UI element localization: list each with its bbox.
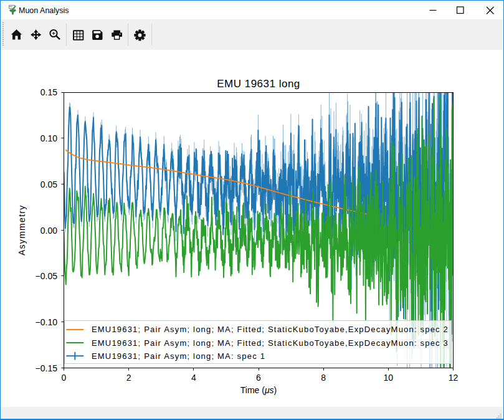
svg-text:EMU19631; Pair Asym; long; MA;: EMU19631; Pair Asym; long; MA; Fitted; S… bbox=[92, 338, 449, 348]
svg-text:−0.05: −0.05 bbox=[36, 271, 58, 281]
svg-text:10: 10 bbox=[384, 373, 394, 383]
svg-text:−0.10: −0.10 bbox=[36, 317, 58, 327]
svg-text:EMU19631; Pair Asym; long; MA;: EMU19631; Pair Asym; long; MA; Fitted; S… bbox=[92, 325, 449, 334]
svg-text:0.10: 0.10 bbox=[40, 133, 57, 143]
svg-text:Time (μs): Time (μs) bbox=[240, 385, 277, 395]
svg-text:Asymmetry: Asymmetry bbox=[17, 204, 27, 255]
svg-text:0.00: 0.00 bbox=[40, 226, 57, 236]
svg-text:−0.15: −0.15 bbox=[36, 363, 58, 373]
svg-text:0.05: 0.05 bbox=[40, 179, 57, 189]
svg-text:0.15: 0.15 bbox=[40, 87, 57, 97]
svg-text:2: 2 bbox=[126, 373, 131, 383]
svg-text:EMU 19631 long: EMU 19631 long bbox=[217, 78, 300, 90]
svg-text:4: 4 bbox=[191, 373, 196, 383]
svg-text:EMU19631; Pair Asym; long; MA:: EMU19631; Pair Asym; long; MA: spec 1 bbox=[92, 351, 265, 361]
svg-text:12: 12 bbox=[449, 373, 459, 383]
svg-text:8: 8 bbox=[321, 373, 326, 383]
svg-text:6: 6 bbox=[256, 373, 261, 383]
svg-text:0: 0 bbox=[62, 373, 67, 383]
